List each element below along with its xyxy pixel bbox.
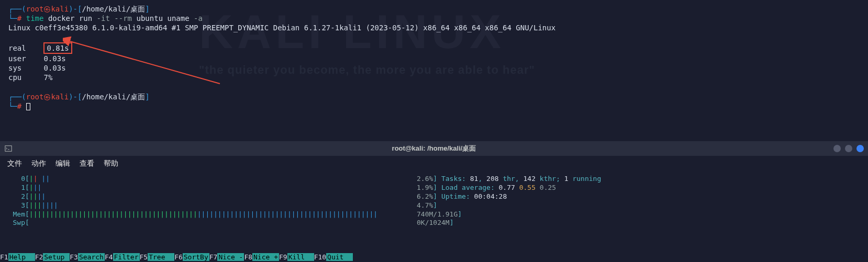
time-user-row: user 0.03s xyxy=(8,54,860,63)
menu-view[interactable]: 查看 xyxy=(80,159,94,168)
minimize-button[interactable] xyxy=(833,145,841,152)
terminal-upper-pane[interactable]: KALI LINUX "the quieter you become, the … xyxy=(0,0,868,141)
close-button[interactable] xyxy=(856,145,864,152)
window-controls xyxy=(833,145,864,152)
time-cpu-row: cpu 7% xyxy=(8,73,860,82)
menu-bar: 文件 动作 编辑 查看 帮助 xyxy=(0,156,868,172)
uname-output: Linux c0eff3e45380 6.1.0-kali9-amd64 #1 … xyxy=(8,23,860,32)
prompt-line-1-top: ┌──(root㉿kali)-[/home/kali/桌面] xyxy=(8,4,860,14)
nice-minus-action[interactable]: Nice - xyxy=(217,253,244,261)
htop-footer: F1Help F2Setup F3SearchF4FilterF5Tree F6… xyxy=(0,252,868,262)
maximize-button[interactable] xyxy=(845,145,852,152)
htop-pane[interactable]: 0[|| || 2.6%] Tasks: 81, 208 thr, 142 kt… xyxy=(0,172,868,247)
window-titlebar[interactable]: root@kali: /home/kali/桌面 xyxy=(0,141,868,156)
time-sys-row: sys 0.03s xyxy=(8,63,860,73)
terminal-cursor[interactable] xyxy=(26,103,30,110)
sortby-action[interactable]: SortBy xyxy=(183,253,209,261)
kill-action[interactable]: Kill xyxy=(287,253,314,261)
terminal-icon xyxy=(4,144,13,153)
filter-action[interactable]: Filter xyxy=(113,253,140,261)
time-real-row: real 0.81s xyxy=(8,42,860,54)
prompt-line-2-top: ┌──(root㉿kali)-[/home/kali/桌面] xyxy=(8,92,860,101)
search-action[interactable]: Search xyxy=(78,253,105,261)
nice-plus-action[interactable]: Nice + xyxy=(252,253,279,261)
menu-edit[interactable]: 编辑 xyxy=(55,159,70,168)
svg-rect-1 xyxy=(5,146,12,152)
prompt-line-2-cursor[interactable]: └─# xyxy=(8,101,860,111)
prompt-line-1-cmd: └─# time docker run -it --rm ubuntu unam… xyxy=(8,14,860,23)
menu-help[interactable]: 帮助 xyxy=(104,159,118,168)
menu-file[interactable]: 文件 xyxy=(7,159,22,168)
setup-action[interactable]: Setup xyxy=(43,253,70,261)
help-action[interactable]: Help xyxy=(8,253,35,261)
tree-action[interactable]: Tree xyxy=(148,253,174,261)
real-time-highlight: 0.81s xyxy=(43,42,72,54)
quit-action[interactable]: Quit xyxy=(326,253,353,261)
menu-action[interactable]: 动作 xyxy=(31,159,46,168)
window-title: root@kali: /home/kali/桌面 xyxy=(392,144,476,153)
